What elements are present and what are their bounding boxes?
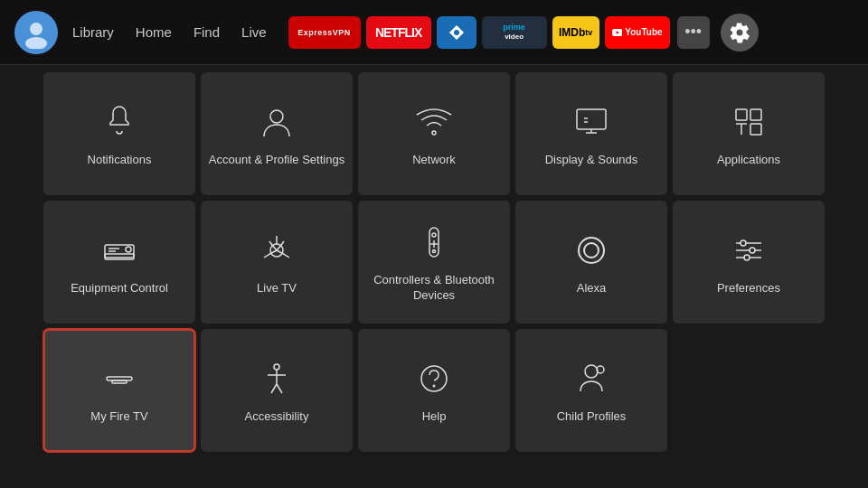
app-icons: ExpressVPN NETFLIX prime video IMDb tv Y… <box>288 16 670 49</box>
app-paramount[interactable] <box>437 16 476 49</box>
tile-controllers-label: Controllers & Bluetooth Devices <box>358 273 510 304</box>
app-youtube[interactable]: YouTube <box>605 16 670 49</box>
tile-account-label: Account & Profile Settings <box>202 153 352 168</box>
tile-network-label: Network <box>405 153 463 168</box>
sliders-icon <box>727 229 770 272</box>
nav-live[interactable]: Live <box>241 24 267 40</box>
svg-point-26 <box>750 248 755 253</box>
nav-library[interactable]: Library <box>72 24 114 40</box>
nav-home[interactable]: Home <box>136 24 172 40</box>
svg-rect-7 <box>750 109 761 120</box>
svg-point-37 <box>585 365 598 378</box>
svg-point-1 <box>25 37 47 49</box>
svg-line-33 <box>271 384 277 393</box>
tile-accessibility-label: Accessibility <box>238 409 316 425</box>
avatar[interactable] <box>14 11 58 54</box>
antenna-icon <box>255 229 298 272</box>
app-netflix[interactable]: NETFLIX <box>366 16 431 49</box>
alexa-icon <box>570 229 613 272</box>
svg-rect-5 <box>577 109 606 129</box>
svg-point-16 <box>432 233 436 237</box>
tile-myfiretv[interactable]: My Fire TV <box>43 329 195 452</box>
more-button[interactable]: ••• <box>677 16 710 49</box>
svg-point-27 <box>744 255 750 260</box>
apps-icon <box>727 100 770 144</box>
settings-grid: Notifications Account & Profile Settings… <box>43 72 825 452</box>
tile-livetv-label: Live TV <box>250 281 304 296</box>
svg-point-21 <box>584 243 599 258</box>
svg-rect-29 <box>112 380 127 383</box>
tile-accessibility[interactable]: Accessibility <box>201 329 353 452</box>
tile-account[interactable]: Account & Profile Settings <box>201 72 353 195</box>
bell-icon <box>98 100 141 144</box>
tile-preferences-label: Preferences <box>710 281 788 296</box>
svg-point-19 <box>433 250 436 253</box>
tile-myfiretv-label: My Fire TV <box>83 409 155 425</box>
tile-display-label: Display & Sounds <box>538 153 646 168</box>
tile-equipment[interactable]: Equipment Control <box>43 201 195 324</box>
svg-point-25 <box>741 240 746 246</box>
svg-rect-6 <box>736 109 747 120</box>
tile-help-label: Help <box>415 409 454 425</box>
firetv-icon <box>98 357 141 400</box>
tile-controllers[interactable]: Controllers & Bluetooth Devices <box>358 201 510 324</box>
tile-network[interactable]: Network <box>358 72 510 195</box>
tile-childprofiles-label: Child Profiles <box>550 409 634 425</box>
tile-alexa[interactable]: Alexa <box>515 201 667 324</box>
accessibility-icon <box>255 357 298 400</box>
svg-point-0 <box>30 23 42 35</box>
equipment-icon <box>98 229 141 272</box>
svg-point-35 <box>421 366 447 391</box>
app-prime[interactable]: prime video <box>482 16 547 49</box>
svg-point-36 <box>433 384 436 387</box>
svg-line-34 <box>277 384 282 393</box>
tile-notifications[interactable]: Notifications <box>43 72 195 195</box>
app-expressvpn[interactable]: ExpressVPN <box>288 16 361 49</box>
wifi-icon <box>412 100 456 144</box>
svg-point-4 <box>270 110 283 123</box>
app-imdb[interactable]: IMDb tv <box>552 16 599 49</box>
main-content: Notifications Account & Profile Settings… <box>0 65 868 459</box>
remote-icon <box>412 221 456 264</box>
svg-point-30 <box>274 364 279 370</box>
svg-point-13 <box>126 247 131 252</box>
tile-applications-label: Applications <box>710 153 788 168</box>
tile-childprofiles[interactable]: Child Profiles <box>515 329 667 452</box>
tile-livetv[interactable]: Live TV <box>201 201 353 324</box>
tile-notifications-label: Notifications <box>80 153 159 168</box>
person-icon <box>255 100 298 144</box>
svg-rect-10 <box>105 254 134 259</box>
childprofiles-icon <box>570 357 613 400</box>
nav-find[interactable]: Find <box>193 24 220 40</box>
tile-equipment-label: Equipment Control <box>63 281 175 296</box>
tile-display[interactable]: Display & Sounds <box>515 72 667 195</box>
tile-applications[interactable]: Applications <box>673 72 825 195</box>
header: Library Home Find Live ExpressVPN NETFLI… <box>0 0 868 65</box>
settings-button[interactable] <box>721 14 759 52</box>
nav-links: Library Home Find Live <box>72 24 267 40</box>
svg-point-20 <box>579 238 604 263</box>
display-icon <box>570 100 613 144</box>
tile-preferences[interactable]: Preferences <box>673 201 825 324</box>
svg-rect-8 <box>750 124 761 135</box>
tile-help[interactable]: Help <box>358 329 510 452</box>
tile-alexa-label: Alexa <box>570 281 614 296</box>
help-icon <box>412 357 456 400</box>
svg-point-2 <box>454 30 459 35</box>
